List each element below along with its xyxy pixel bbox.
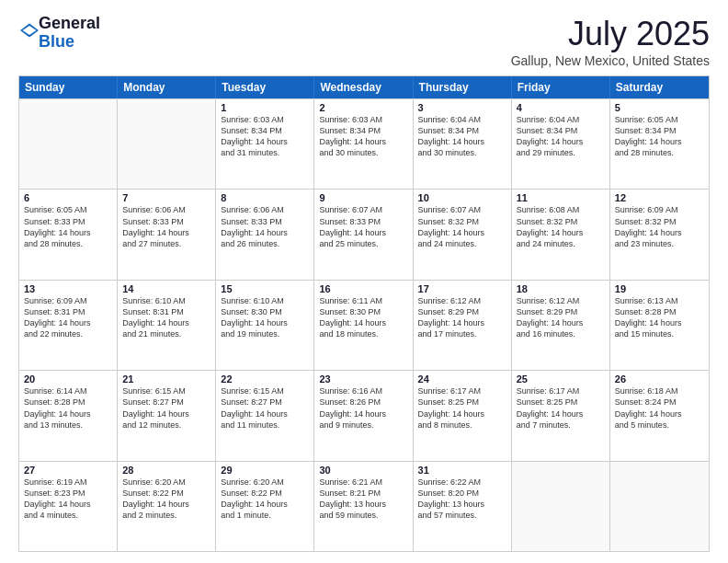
cal-cell-day-1: 1Sunrise: 6:03 AMSunset: 8:34 PMDaylight… [216, 99, 314, 189]
cell-line: Sunrise: 6:07 AM [418, 204, 506, 215]
cell-line: Sunrise: 6:15 AM [221, 385, 309, 396]
calendar-header: SundayMondayTuesdayWednesdayThursdayFrid… [19, 76, 709, 98]
cell-line: Daylight: 14 hours [615, 408, 704, 419]
cell-line: Daylight: 14 hours [122, 408, 210, 419]
cell-line: Sunset: 8:28 PM [615, 306, 704, 317]
cell-line: and 1 minute. [221, 510, 309, 521]
cell-line: and 9 minutes. [319, 419, 407, 431]
cell-line: and 24 minutes. [517, 238, 605, 249]
cal-cell-day-20: 20Sunrise: 6:14 AMSunset: 8:28 PMDayligh… [19, 371, 118, 460]
cell-line: Sunset: 8:20 PM [418, 488, 506, 499]
cal-cell-empty [118, 99, 216, 189]
cal-cell-day-26: 26Sunrise: 6:18 AMSunset: 8:24 PMDayligh… [610, 371, 709, 460]
day-number: 17 [418, 283, 506, 294]
cal-cell-empty [512, 462, 610, 551]
cal-cell-empty [610, 462, 709, 551]
cal-cell-day-15: 15Sunrise: 6:10 AMSunset: 8:30 PMDayligh… [216, 281, 314, 370]
day-number: 8 [221, 192, 309, 203]
cell-line: Sunset: 8:32 PM [418, 216, 506, 227]
cell-line: and 23 minutes. [615, 238, 704, 249]
cal-row-0: 1Sunrise: 6:03 AMSunset: 8:34 PMDaylight… [19, 98, 709, 189]
cell-line: Sunset: 8:33 PM [122, 216, 210, 227]
logo-blue-text: Blue [39, 32, 74, 51]
cell-line: Daylight: 14 hours [615, 317, 704, 328]
cell-line: Daylight: 14 hours [221, 317, 309, 328]
cal-cell-day-30: 30Sunrise: 6:21 AMSunset: 8:21 PMDayligh… [314, 462, 413, 551]
cell-line: Daylight: 14 hours [517, 317, 605, 328]
cell-line: Daylight: 14 hours [319, 227, 407, 238]
cell-line: Sunset: 8:21 PM [319, 488, 407, 499]
cal-cell-day-12: 12Sunrise: 6:09 AMSunset: 8:32 PMDayligh… [610, 190, 709, 279]
logo-icon [20, 21, 39, 40]
cell-line: and 13 minutes. [24, 419, 112, 431]
cal-cell-day-29: 29Sunrise: 6:20 AMSunset: 8:22 PMDayligh… [216, 462, 314, 551]
cell-line: Sunset: 8:34 PM [615, 125, 704, 136]
cell-line: Sunrise: 6:20 AM [221, 477, 309, 488]
header-day-wednesday: Wednesday [314, 76, 413, 98]
cal-row-4: 27Sunrise: 6:19 AMSunset: 8:23 PMDayligh… [19, 461, 709, 551]
cell-line: and 31 minutes. [221, 147, 309, 158]
cell-line: and 8 minutes. [418, 419, 506, 431]
logo: General Blue [18, 15, 100, 52]
location: Gallup, New Mexico, United States [511, 53, 710, 68]
cal-cell-day-2: 2Sunrise: 6:03 AMSunset: 8:34 PMDaylight… [314, 99, 413, 189]
cell-line: Sunrise: 6:21 AM [319, 477, 407, 488]
cell-line: and 21 minutes. [122, 328, 210, 339]
cell-line: and 5 minutes. [615, 419, 704, 431]
cal-cell-day-4: 4Sunrise: 6:04 AMSunset: 8:34 PMDaylight… [512, 99, 610, 189]
cell-line: Sunset: 8:34 PM [319, 125, 407, 136]
cell-line: Sunset: 8:32 PM [615, 216, 704, 227]
cell-line: and 15 minutes. [615, 328, 704, 339]
cell-line: Sunset: 8:34 PM [517, 125, 605, 136]
cal-row-1: 6Sunrise: 6:05 AMSunset: 8:33 PMDaylight… [19, 189, 709, 279]
cell-line: Daylight: 14 hours [221, 499, 309, 510]
day-number: 4 [517, 102, 605, 113]
cell-line: Sunset: 8:22 PM [221, 488, 309, 499]
cell-line: Sunrise: 6:07 AM [319, 204, 407, 215]
cell-line: Daylight: 14 hours [24, 317, 112, 328]
day-number: 20 [24, 373, 112, 385]
day-number: 29 [221, 465, 309, 476]
logo-general-text: General [39, 14, 100, 32]
cell-line: Sunrise: 6:10 AM [122, 295, 210, 306]
header-day-monday: Monday [118, 76, 216, 98]
cell-line: Sunset: 8:30 PM [221, 306, 309, 317]
cell-line: Sunset: 8:24 PM [615, 396, 704, 408]
day-number: 23 [319, 373, 407, 385]
cell-line: Sunset: 8:29 PM [418, 306, 506, 317]
cell-line: Sunrise: 6:11 AM [319, 295, 407, 306]
cell-line: Sunrise: 6:09 AM [24, 295, 112, 306]
cell-line: and 4 minutes. [24, 510, 112, 521]
title-block: July 2025 Gallup, New Mexico, United Sta… [511, 15, 710, 68]
day-number: 25 [517, 373, 605, 385]
cell-line: and 18 minutes. [319, 328, 407, 339]
calendar: SundayMondayTuesdayWednesdayThursdayFrid… [18, 75, 710, 552]
cal-cell-day-27: 27Sunrise: 6:19 AMSunset: 8:23 PMDayligh… [19, 462, 118, 551]
cell-line: Daylight: 14 hours [418, 317, 506, 328]
cell-line: Daylight: 14 hours [418, 227, 506, 238]
cell-line: Sunset: 8:22 PM [122, 488, 210, 499]
day-number: 6 [24, 192, 112, 203]
cell-line: Daylight: 14 hours [122, 499, 210, 510]
header-day-friday: Friday [512, 76, 610, 98]
cell-line: Sunrise: 6:03 AM [319, 114, 407, 125]
cell-line: Daylight: 14 hours [319, 136, 407, 147]
cal-cell-day-28: 28Sunrise: 6:20 AMSunset: 8:22 PMDayligh… [118, 462, 216, 551]
cell-line: and 12 minutes. [122, 419, 210, 431]
cell-line: Daylight: 14 hours [221, 136, 309, 147]
cell-line: Daylight: 14 hours [517, 227, 605, 238]
cell-line: and 27 minutes. [122, 238, 210, 249]
cal-cell-day-3: 3Sunrise: 6:04 AMSunset: 8:34 PMDaylight… [414, 99, 512, 189]
page: General Blue July 2025 Gallup, New Mexic… [0, 0, 728, 563]
cell-line: Sunrise: 6:10 AM [221, 295, 309, 306]
header-day-sunday: Sunday [19, 76, 118, 98]
cal-cell-day-21: 21Sunrise: 6:15 AMSunset: 8:27 PMDayligh… [118, 371, 216, 460]
cell-line: Sunset: 8:25 PM [418, 396, 506, 408]
cell-line: Daylight: 14 hours [615, 136, 704, 147]
calendar-body: 1Sunrise: 6:03 AMSunset: 8:34 PMDaylight… [19, 98, 709, 551]
day-number: 18 [517, 283, 605, 294]
header: General Blue July 2025 Gallup, New Mexic… [18, 15, 710, 68]
day-number: 24 [418, 373, 506, 385]
cal-cell-day-23: 23Sunrise: 6:16 AMSunset: 8:26 PMDayligh… [314, 371, 413, 460]
day-number: 12 [615, 192, 704, 203]
